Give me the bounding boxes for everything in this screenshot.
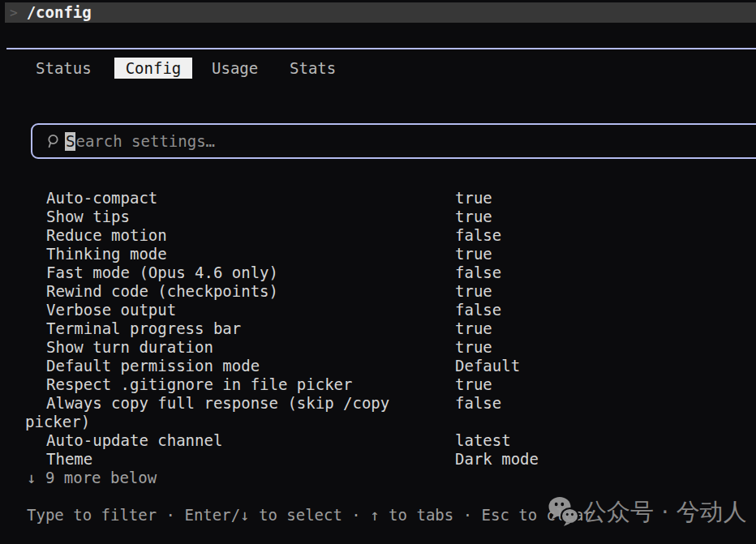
setting-label-continuation: picker)	[25, 413, 90, 431]
setting-value: true	[455, 319, 492, 338]
text-cursor: S	[65, 132, 75, 151]
setting-value: true	[455, 208, 492, 226]
settings-row-always-copy[interactable]: Always copy full response (skip /copy fa…	[0, 394, 756, 413]
config-screen: > /config Status Config Usage Stats S ea…	[0, 0, 756, 544]
tab-status[interactable]: Status	[36, 58, 92, 79]
scroll-more-indicator: ↓ 9 more below	[27, 469, 756, 487]
settings-row-show-turn-duration[interactable]: Show turn duration true	[0, 338, 756, 357]
setting-value: false	[455, 394, 501, 413]
setting-value: false	[455, 263, 501, 282]
setting-label: Thinking mode	[46, 245, 167, 263]
setting-value: false	[455, 226, 501, 245]
settings-row-auto-update-channel[interactable]: Auto-update channel latest	[0, 431, 756, 450]
settings-row-theme[interactable]: Theme Dark mode	[0, 450, 756, 469]
search-icon	[46, 134, 59, 149]
settings-row-always-copy-wrap: picker)	[0, 413, 756, 431]
keyboard-hints: Type to filter · Enter/↓ to select · ↑ t…	[27, 506, 593, 525]
prompt-caret: >	[10, 3, 18, 22]
settings-row-auto-compact[interactable]: Auto-compact true	[0, 189, 756, 208]
setting-label: Always copy full response (skip /copy	[46, 394, 389, 413]
setting-value: true	[455, 189, 492, 208]
settings-row-default-permission-mode[interactable]: Default permission mode Default	[0, 357, 756, 375]
setting-label: Theme	[46, 450, 92, 469]
setting-value: true	[455, 282, 492, 301]
setting-value: true	[455, 338, 492, 357]
setting-label: Show turn duration	[46, 338, 213, 357]
tab-usage[interactable]: Usage	[212, 58, 258, 79]
tab-stats[interactable]: Stats	[290, 58, 336, 79]
setting-label: Respect .gitignore in file picker	[46, 375, 353, 394]
setting-label: Default permission mode	[46, 357, 260, 375]
search-input[interactable]: S earch settings…	[31, 123, 756, 159]
search-placeholder: earch settings…	[75, 132, 215, 151]
setting-label: Auto-update channel	[46, 431, 222, 450]
tab-config[interactable]: Config	[114, 58, 192, 79]
settings-row-show-tips[interactable]: Show tips true	[0, 208, 756, 226]
setting-value: Default	[455, 357, 520, 375]
wechat-icon	[544, 493, 582, 530]
setting-label: Terminal progress bar	[46, 319, 241, 338]
settings-row-terminal-progress-bar[interactable]: Terminal progress bar true	[0, 319, 756, 338]
settings-row-reduce-motion[interactable]: Reduce motion false	[0, 226, 756, 245]
setting-label: Verbose output	[46, 301, 176, 319]
settings-row-thinking-mode[interactable]: Thinking mode true	[0, 245, 756, 263]
setting-label: Auto-compact	[46, 189, 157, 208]
settings-row-fast-mode[interactable]: Fast mode (Opus 4.6 only) false	[0, 263, 756, 282]
watermark-text: 公众号 · 兮动人	[583, 503, 747, 521]
tab-bar: Status Config Usage Stats	[0, 58, 756, 79]
setting-value: false	[455, 301, 501, 319]
setting-label: Fast mode (Opus 4.6 only)	[46, 263, 278, 282]
setting-value: true	[455, 375, 492, 394]
settings-row-rewind-code[interactable]: Rewind code (checkpoints) true	[0, 282, 756, 301]
setting-value: latest	[455, 431, 511, 450]
settings-row-verbose-output[interactable]: Verbose output false	[0, 301, 756, 319]
setting-label: Reduce motion	[46, 226, 167, 245]
setting-label: Show tips	[46, 208, 130, 226]
command-echo-bar: > /config	[5, 2, 756, 23]
watermark: 公众号 · 兮动人	[544, 490, 747, 533]
settings-row-respect-gitignore[interactable]: Respect .gitignore in file picker true	[0, 375, 756, 394]
setting-label: Rewind code (checkpoints)	[46, 282, 278, 301]
settings-list: Auto-compact true Show tips true Reduce …	[0, 189, 756, 487]
command-text: /config	[27, 3, 92, 22]
separator-line	[6, 48, 756, 49]
setting-value: Dark mode	[455, 450, 539, 469]
setting-value: true	[455, 245, 492, 263]
